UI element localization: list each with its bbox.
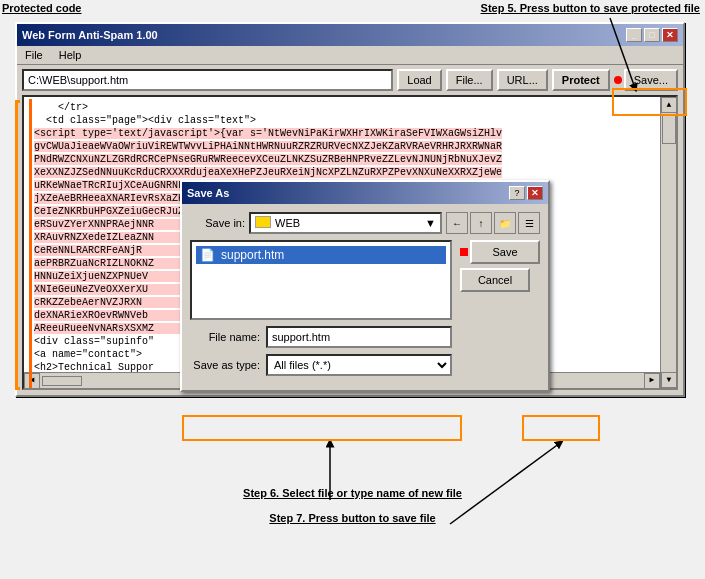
- load-button[interactable]: Load: [397, 69, 441, 91]
- dialog-toolbar-icons: ← ↑ 📁 ☰: [446, 212, 540, 234]
- new-folder-button[interactable]: 📁: [494, 212, 516, 234]
- menu-file[interactable]: File: [22, 48, 46, 62]
- save-indicator-dot: [614, 76, 622, 84]
- main-title-bar: Web Form Anti-Spam 1.00 _ □ ✕: [17, 24, 683, 46]
- save-in-dropdown[interactable]: WEB ▼: [249, 212, 442, 234]
- save-button[interactable]: Save...: [624, 69, 678, 91]
- step5-label: Step 5. Press button to save protected f…: [481, 2, 700, 14]
- filename-row: File name:: [190, 326, 452, 348]
- url-button[interactable]: URL...: [497, 69, 548, 91]
- menu-bar: File Help: [17, 46, 683, 65]
- file-list: 📄 support.htm: [190, 240, 452, 320]
- view-button[interactable]: ☰: [518, 212, 540, 234]
- dialog-main-area: 📄 support.htm File name: Save as type: A…: [190, 240, 540, 382]
- filename-label: File name:: [190, 331, 260, 343]
- title-bar-controls: _ □ ✕: [626, 28, 678, 42]
- toolbar: Load File... URL... Protect Save...: [17, 65, 683, 95]
- dialog-help-button[interactable]: ?: [509, 186, 525, 200]
- protect-button[interactable]: Protect: [552, 69, 610, 91]
- menu-help[interactable]: Help: [56, 48, 85, 62]
- save-dialog: Save As ? ✕ Save in: WEB ▼ ← ↑ 📁 ☰: [180, 180, 550, 392]
- protected-code-label: Protected code: [2, 2, 81, 14]
- save-in-label: Save in:: [190, 217, 245, 229]
- dialog-close-button[interactable]: ✕: [527, 186, 543, 200]
- filename-orange-border: [182, 415, 462, 441]
- dialog-title: Save As: [187, 187, 229, 199]
- maximize-button[interactable]: □: [644, 28, 660, 42]
- step7-label: Step 7. Press button to save file: [269, 512, 435, 524]
- dialog-title-bar: Save As ? ✕: [182, 182, 548, 204]
- save-dialog-dot: [460, 248, 468, 256]
- save-in-value: WEB: [275, 217, 300, 229]
- dropdown-arrow-icon: ▼: [425, 217, 436, 229]
- dialog-save-button[interactable]: Save: [470, 240, 540, 264]
- vertical-scrollbar[interactable]: ▲ ▼: [660, 97, 676, 388]
- step6-label: Step 6. Select file or type name of new …: [243, 487, 462, 499]
- save-type-dropdown[interactable]: All files (*.*): [266, 354, 452, 376]
- save-in-row: Save in: WEB ▼ ← ↑ 📁 ☰: [190, 212, 540, 234]
- save-type-row: Save as type: All files (*.*): [190, 354, 452, 376]
- dialog-cancel-button[interactable]: Cancel: [460, 268, 530, 292]
- svg-line-2: [450, 443, 560, 524]
- nav-up-button[interactable]: ↑: [470, 212, 492, 234]
- save-type-label: Save as type:: [190, 359, 260, 371]
- dialog-body: Save in: WEB ▼ ← ↑ 📁 ☰ 📄: [182, 204, 548, 390]
- filename-input[interactable]: [266, 326, 452, 348]
- file-button[interactable]: File...: [446, 69, 493, 91]
- folder-icon: [255, 216, 271, 228]
- code-highlight-bar: [29, 99, 32, 389]
- close-button[interactable]: ✕: [662, 28, 678, 42]
- nav-back-button[interactable]: ←: [446, 212, 468, 234]
- dialog-save-orange-border: [522, 415, 600, 441]
- dialog-title-controls: ? ✕: [509, 186, 543, 200]
- list-item[interactable]: 📄 support.htm: [196, 246, 446, 264]
- file-item-name: support.htm: [221, 248, 284, 262]
- main-window-title: Web Form Anti-Spam 1.00: [22, 29, 158, 41]
- minimize-button[interactable]: _: [626, 28, 642, 42]
- file-icon: 📄: [200, 248, 215, 262]
- dialog-button-row: Save Cancel: [460, 240, 540, 382]
- path-input[interactable]: [22, 69, 393, 91]
- dialog-file-list-area: 📄 support.htm File name: Save as type: A…: [190, 240, 452, 382]
